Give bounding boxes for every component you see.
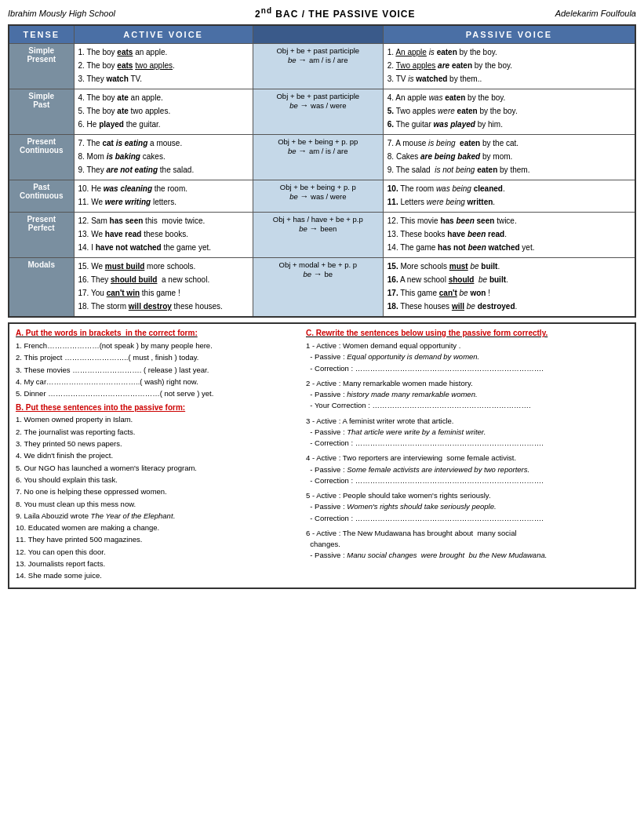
list-item: 3 - Active : A feminist writer wrote tha…	[306, 416, 628, 449]
main-table: TENSE ACTIVE VOICE PASSIVE VOICE SimpleP…	[8, 24, 636, 318]
table-row: PresentPerfect 12. Sam has seen this mov…	[9, 213, 635, 258]
table-row: Modals 15. We must build more schools. 1…	[9, 258, 635, 318]
table-row: SimplePast 4. The boy ate an apple. 5. T…	[9, 89, 635, 135]
col-header-tense: TENSE	[9, 25, 74, 44]
section-c-title: C. Rewrite the sentences below using the…	[306, 329, 628, 337]
list-item: 10. Educated women are making a change.	[16, 522, 298, 533]
list-item: 11. They have printed 500 magazines.	[16, 534, 298, 544]
col-header-active: ACTIVE VOICE	[74, 25, 253, 44]
tense-simple-present: SimplePresent	[9, 44, 74, 89]
section-a-title: A. Put the words in brackets in the corr…	[16, 329, 298, 337]
list-item: 5. Dinner ………………………………………( not serve ) y…	[16, 388, 298, 398]
formula-present-perfect: Obj + has / have + be + p.p be → been	[253, 213, 383, 258]
list-item: 8. You must clean up this mess now.	[16, 499, 298, 509]
teacher-name: Adelekarim Foulfoula	[555, 9, 636, 18]
passive-past-continuous: 10. The room was being cleaned. 11. Lett…	[383, 180, 635, 213]
passive-modals: 15. More schools must be built. 16. A ne…	[383, 258, 635, 318]
col-header-passive: PASSIVE VOICE	[383, 25, 635, 44]
section-b-title: B. Put these sentences into the passive …	[16, 403, 298, 412]
formula-simple-past: Obj + be + past participle be → was / we…	[253, 89, 383, 135]
active-simple-past: 4. The boy ate an apple. 5. The boy ate …	[74, 89, 253, 135]
active-past-continuous: 10. He was cleaning the room. 11. We wer…	[74, 180, 253, 213]
table-row: SimplePresent 1. The boy eats an apple. …	[9, 44, 635, 89]
exercises-left: A. Put the words in brackets in the corr…	[16, 329, 298, 583]
list-item: 3. These movies ………………………. ( release ) l…	[16, 365, 298, 375]
active-simple-present: 1. The boy eats an apple. 2. The boy eat…	[74, 44, 253, 89]
list-item: 1 - Active : Women demand equal opportun…	[306, 340, 628, 374]
section-b-items: 1. Women owned property in Islam. 2. The…	[16, 414, 298, 580]
tense-modals: Modals	[9, 258, 74, 318]
tense-present-perfect: PresentPerfect	[9, 213, 74, 258]
table-header-row: TENSE ACTIVE VOICE PASSIVE VOICE	[9, 25, 635, 44]
list-item: 2. This project ……………………..( must , finis…	[16, 352, 298, 362]
list-item: 13. Journalists report facts.	[16, 558, 298, 569]
list-item: 1. Women owned property in Islam.	[16, 414, 298, 424]
list-item: 4 - Active : Two reporters are interview…	[306, 453, 628, 486]
list-item: 3. They printed 50 news papers.	[16, 438, 298, 449]
col-header-formula	[253, 25, 383, 44]
tense-present-continuous: PresentContinuous	[9, 135, 74, 180]
formula-present-continuous: Obj + be + being + p. pp be → am / is / …	[253, 135, 383, 180]
list-item: 9. Laila Abouzid wrote The Year of the E…	[16, 511, 298, 521]
list-item: 4. My car………………………………..( wash) right now…	[16, 376, 298, 387]
passive-present-perfect: 12. This movie has been seen twice. 13. …	[383, 213, 635, 258]
tense-past-continuous: PastContinuous	[9, 180, 74, 213]
list-item: 7. No one is helping these oppressed wom…	[16, 486, 298, 497]
list-item: 6. You should explain this task.	[16, 475, 298, 485]
list-item: 4. We didn't finish the project.	[16, 450, 298, 460]
active-modals: 15. We must build more schools. 16. They…	[74, 258, 253, 318]
list-item: 1. French…………………(not speak ) by many peo…	[16, 340, 298, 351]
active-present-continuous: 7. The cat is eating a mouse. 8. Mom is …	[74, 135, 253, 180]
list-item: 14. She made some juice.	[16, 570, 298, 580]
list-item: 6 - Active : The New Mudawana has brough…	[306, 528, 628, 562]
list-item: 2. The journalist was reporting facts.	[16, 427, 298, 437]
list-item: 5 - Active : People should take women's …	[306, 490, 628, 524]
active-present-perfect: 12. Sam has seen this movie twice. 13. W…	[74, 213, 253, 258]
formula-modals: Obj + modal + be + p. p be → be	[253, 258, 383, 318]
passive-present-continuous: 7. A mouse is being eaten by the cat. 8.…	[383, 135, 635, 180]
page-header: Ibrahim Mously High School 2nd BAC / THE…	[8, 6, 636, 20]
table-row: PresentContinuous 7. The cat is eating a…	[9, 135, 635, 180]
passive-simple-past: 4. An apple was eaten by the boy. 5. Two…	[383, 89, 635, 135]
list-item: 2 - Active : Many remarkable women made …	[306, 378, 628, 412]
page-title: 2nd BAC / THE PASSIVE VOICE	[255, 6, 415, 20]
school-name: Ibrahim Mously High School	[8, 9, 115, 18]
section-a-items: 1. French…………………(not speak ) by many peo…	[16, 340, 298, 398]
list-item: 5. Our NGO has launched a women's litera…	[16, 463, 298, 473]
formula-past-continuous: Obj + be + being + p. p be → was / were	[253, 180, 383, 213]
page: Ibrahim Mously High School 2nd BAC / THE…	[0, 0, 644, 595]
passive-simple-present: 1. An apple is eaten by the boy. 2. Two …	[383, 44, 635, 89]
list-item: 12. You can open this door.	[16, 547, 298, 557]
table-row: PastContinuous 10. He was cleaning the r…	[9, 180, 635, 213]
bottom-section: A. Put the words in brackets in the corr…	[8, 322, 636, 589]
formula-simple-present: Obj + be + past participle be → am / is …	[253, 44, 383, 89]
exercises-right: C. Rewrite the sentences below using the…	[306, 329, 628, 583]
tense-simple-past: SimplePast	[9, 89, 74, 135]
